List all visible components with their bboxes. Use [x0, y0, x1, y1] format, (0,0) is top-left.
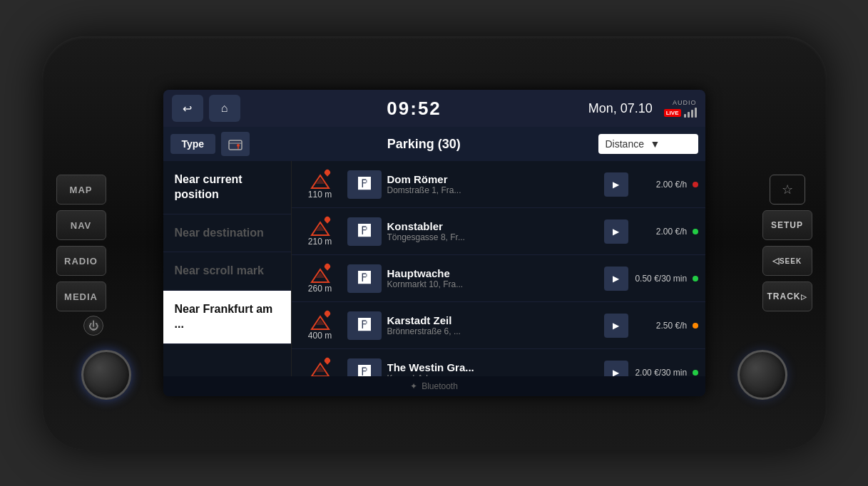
power-button[interactable]: ⏻	[83, 316, 103, 336]
favorite-button[interactable]: ☆	[770, 175, 805, 205]
seek-button[interactable]: ◁ SEEK	[762, 246, 812, 276]
parking-name-4: Karstadt Zeil	[387, 314, 598, 326]
parking-addr-2: Töngesgasse 8, Fr...	[387, 232, 598, 242]
distance-col-5: 470 m	[299, 358, 342, 377]
audio-label: AUDIO	[673, 99, 697, 106]
setup-button[interactable]: SETUP	[762, 210, 812, 240]
parking-name-1: Dom Römer	[387, 173, 598, 185]
status-area: AUDIO LIVE	[664, 99, 697, 118]
parking-mountain-2	[309, 217, 332, 237]
map-pin-icon	[228, 138, 243, 150]
map-button[interactable]: MAP	[56, 175, 106, 205]
parking-item-karstadt[interactable]: 400 m 🅿 Karstadt Zeil Brönnerstraße 6, .…	[292, 302, 705, 349]
media-button[interactable]: MEDIA	[56, 281, 106, 311]
dist-label-2: 210 m	[308, 237, 332, 247]
navigate-btn-4[interactable]: ▶	[604, 314, 628, 338]
price-col-2: 2.00 €/h	[634, 227, 698, 237]
distance-col-2: 210 m	[299, 217, 342, 247]
live-badge: LIVE	[664, 109, 681, 117]
distance-dropdown[interactable]: Distance ▼	[598, 134, 698, 154]
parking-info-4: Karstadt Zeil Brönnerstraße 6, ...	[387, 314, 598, 336]
play-icon-4: ▶	[613, 321, 619, 331]
dist-label-4: 400 m	[308, 331, 332, 341]
distance-label: Distance	[606, 138, 646, 150]
svg-point-2	[237, 144, 240, 147]
main-screen: ↩ ⌂ 09:52 Mon, 07.10 AUDIO LIVE	[163, 90, 705, 396]
play-icon-5: ▶	[613, 368, 619, 377]
parking-info-2: Konstabler Töngesgasse 8, Fr...	[387, 220, 598, 242]
parking-name-5: The Westin Gra...	[387, 361, 598, 373]
signal-bar-1	[684, 114, 686, 118]
radio-button[interactable]: RADIO	[56, 246, 106, 276]
parking-item-dom-roemer[interactable]: 110 m 🅿 Dom Römer Domstraße 1, Fra... ▶ …	[292, 161, 705, 208]
parking-icon-5: 🅿	[347, 358, 382, 377]
parking-symbol-2: 🅿	[358, 224, 371, 239]
play-icon-3: ▶	[613, 274, 619, 284]
time-display: 09:52	[246, 98, 583, 120]
dropdown-arrow-icon: ▼	[650, 138, 691, 150]
home-button[interactable]: ⌂	[209, 95, 240, 122]
type-button[interactable]: Type	[170, 134, 216, 154]
tuner-knob[interactable]	[737, 350, 787, 400]
price-col-1: 2.00 €/h	[634, 180, 698, 190]
status-dot-1	[693, 182, 698, 187]
near-frankfurt-label: Near Frankfurt am ...	[175, 302, 280, 332]
distance-col-1: 110 m	[299, 170, 342, 200]
parking-addr-1: Domstraße 1, Fra...	[387, 185, 598, 195]
parking-icon-4: 🅿	[347, 311, 382, 340]
parking-info-1: Dom Römer Domstraße 1, Fra...	[387, 173, 598, 195]
parking-info-3: Hauptwache Kornmarkt 10, Fra...	[387, 267, 598, 289]
parking-name-2: Konstabler	[387, 220, 598, 232]
right-controls: ☆ SETUP ◁ SEEK TRACK ▷	[762, 175, 812, 311]
near-destination-item[interactable]: Near destination	[163, 214, 291, 253]
filter-bar: Type Parking (30) Distance ▼	[163, 127, 705, 161]
parking-mountain-1	[309, 170, 332, 190]
parking-icon-1: 🅿	[347, 170, 382, 199]
top-bar: ↩ ⌂ 09:52 Mon, 07.10 AUDIO LIVE	[163, 90, 705, 127]
parking-symbol-5: 🅿	[358, 365, 371, 376]
price-col-4: 2.50 €/h	[634, 321, 698, 331]
bluetooth-icon: ✦	[410, 381, 417, 391]
status-dot-4	[693, 323, 698, 329]
play-icon-2: ▶	[613, 227, 619, 237]
nav-button[interactable]: NAV	[56, 210, 106, 240]
near-current-position-item[interactable]: Near current position	[163, 161, 291, 214]
parking-item-hauptwache[interactable]: 260 m 🅿 Hauptwache Kornmarkt 10, Fra... …	[292, 255, 705, 302]
date-display: Mon, 07.10	[588, 101, 653, 116]
parking-addr-3: Kornmarkt 10, Fra...	[387, 279, 598, 289]
near-destination-label: Near destination	[175, 226, 280, 241]
home-icon: ⌂	[221, 102, 228, 115]
parking-mountain-5	[309, 358, 332, 377]
parking-mountain-3	[309, 264, 332, 284]
navigate-btn-5[interactable]: ▶	[604, 361, 628, 377]
map-icon-button[interactable]	[221, 132, 250, 156]
status-dot-5	[693, 370, 698, 376]
back-button[interactable]: ↩	[172, 95, 203, 122]
bluetooth-label: Bluetooth	[422, 381, 458, 391]
main-content: Near current position Near destination N…	[163, 161, 705, 376]
dist-label-3: 260 m	[308, 284, 332, 294]
navigate-btn-2[interactable]: ▶	[604, 219, 628, 244]
parking-symbol-3: 🅿	[358, 271, 371, 286]
bluetooth-bar: ✦ Bluetooth	[163, 376, 705, 396]
parking-item-westin[interactable]: 470 m 🅿 The Westin Gra... Konrad-Adenaue…	[292, 349, 705, 376]
parking-list: 110 m 🅿 Dom Römer Domstraße 1, Fra... ▶ …	[292, 161, 705, 376]
navigate-btn-3[interactable]: ▶	[604, 267, 628, 291]
parking-symbol-1: 🅿	[358, 177, 371, 192]
near-scroll-label: Near scroll mark	[175, 264, 280, 279]
near-frankfurt-item[interactable]: Near Frankfurt am ...	[163, 291, 291, 344]
parking-label: Parking (30)	[255, 137, 592, 152]
distance-col-3: 260 m	[299, 264, 342, 294]
navigate-btn-1[interactable]: ▶	[604, 172, 628, 197]
status-dot-2	[693, 229, 698, 234]
dist-label-1: 110 m	[308, 190, 332, 200]
svg-rect-0	[229, 140, 242, 150]
volume-knob[interactable]	[81, 350, 131, 400]
distance-col-4: 400 m	[299, 311, 342, 341]
parking-item-konstabler[interactable]: 210 m 🅿 Konstabler Töngesgasse 8, Fr... …	[292, 208, 705, 255]
status-dot-3	[693, 276, 698, 281]
track-button[interactable]: TRACK ▷	[762, 281, 812, 311]
parking-symbol-4: 🅿	[358, 318, 371, 333]
parking-name-3: Hauptwache	[387, 267, 598, 279]
near-scroll-mark-item[interactable]: Near scroll mark	[163, 252, 291, 291]
